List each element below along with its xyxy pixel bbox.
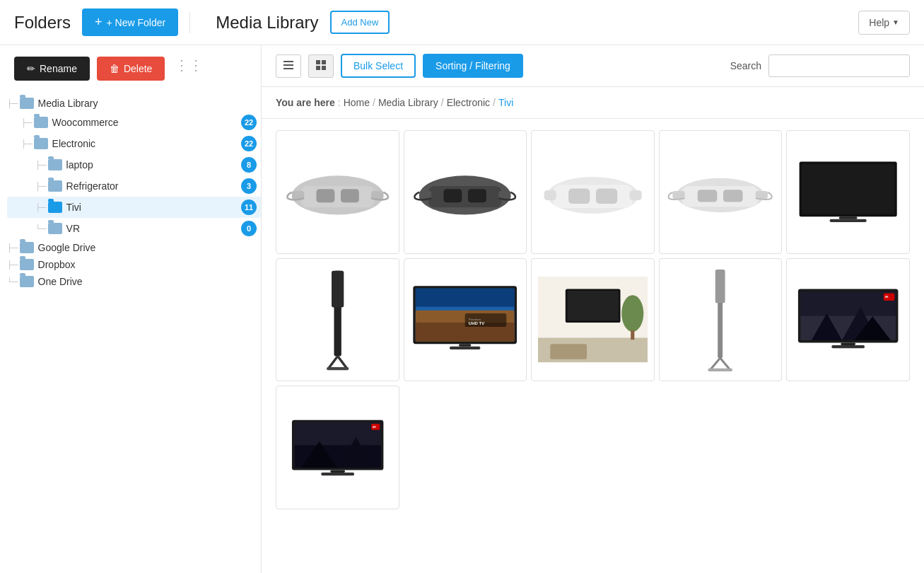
media-item[interactable]: [531, 258, 655, 382]
svg-rect-0: [283, 61, 293, 62]
plus-icon: +: [95, 15, 103, 30]
media-item[interactable]: [276, 258, 399, 382]
folder-icon: [48, 180, 62, 192]
tree-item-woocommerce[interactable]: ├─ Woocommerce 22: [7, 112, 261, 133]
sorting-filtering-button[interactable]: Sorting / Filtering: [423, 54, 523, 78]
media-item[interactable]: 4K: [276, 386, 399, 509]
delete-button[interactable]: 🗑 Delete: [97, 57, 165, 81]
folder-tree: ├─ Media Library ├─ Woocommerce 22 ├─ El…: [0, 95, 261, 290]
tree-label-dropbox: Dropbox: [38, 259, 257, 270]
media-item[interactable]: [531, 130, 655, 254]
tree-line-icon: ├─: [21, 139, 33, 148]
svg-rect-39: [327, 367, 349, 370]
folder-icon: [34, 138, 48, 149]
svg-line-61: [720, 358, 730, 369]
tree-item-one-drive[interactable]: └─ One Drive: [7, 273, 261, 290]
svg-rect-29: [673, 191, 685, 199]
svg-rect-34: [830, 219, 867, 221]
svg-rect-6: [322, 66, 326, 70]
tree-item-laptop[interactable]: ├─ laptop 8: [7, 154, 261, 175]
folder-icon: [48, 223, 62, 234]
svg-rect-23: [544, 190, 556, 200]
breadcrumb-tivi[interactable]: Tivi: [498, 97, 513, 108]
breadcrumb-sep2: /: [441, 97, 444, 108]
svg-rect-65: [800, 291, 896, 316]
chevron-down-icon: ▼: [892, 18, 899, 26]
svg-rect-15: [444, 189, 462, 202]
svg-rect-62: [708, 369, 733, 371]
tree-line-icon: ├─: [35, 203, 47, 212]
breadcrumb: You are here : Home / Media Library / El…: [262, 87, 924, 119]
svg-rect-26: [683, 186, 759, 207]
add-new-button[interactable]: Add New: [330, 11, 390, 34]
list-view-icon: [283, 62, 294, 73]
main-content: ✏ Rename 🗑 Delete ⋮⋮ ├─ Media Library: [0, 45, 924, 573]
svg-rect-8: [301, 186, 375, 207]
svg-rect-1: [283, 64, 293, 66]
tree-item-vr[interactable]: └─ VR 0: [7, 218, 261, 239]
sidebar: ✏ Rename 🗑 Delete ⋮⋮ ├─ Media Library: [0, 45, 262, 573]
breadcrumb-media-library[interactable]: Media Library: [378, 97, 438, 108]
media-item[interactable]: [659, 130, 783, 254]
new-folder-button[interactable]: + + New Folder: [82, 8, 178, 36]
breadcrumb-electronic[interactable]: Electronic: [447, 97, 490, 108]
tree-line-icon: └─: [35, 224, 47, 233]
list-view-button[interactable]: [276, 54, 301, 78]
svg-line-60: [710, 358, 720, 369]
svg-rect-71: [841, 343, 855, 345]
svg-rect-3: [316, 60, 320, 64]
tree-label-refrigerator: Refrigerator: [66, 180, 241, 192]
bulk-select-button[interactable]: Bulk Select: [341, 54, 416, 78]
help-button[interactable]: Help ▼: [858, 11, 910, 35]
media-item[interactable]: [404, 130, 527, 254]
svg-rect-14: [428, 186, 502, 207]
search-input[interactable]: [768, 54, 910, 77]
tree-count-vr: 0: [241, 221, 257, 236]
breadcrumb-home[interactable]: Home: [344, 97, 370, 108]
folder-icon: [34, 117, 48, 128]
folder-icon: [20, 259, 34, 270]
delete-label: Delete: [124, 63, 152, 74]
media-item[interactable]: 4K: [786, 258, 910, 382]
folder-icon: [48, 202, 62, 213]
new-folder-label: + New Folder: [107, 17, 166, 28]
tree-line-icon: ├─: [35, 182, 47, 190]
tree-line-icon: ├─: [7, 99, 18, 108]
media-item[interactable]: Premium UHD TV: [404, 258, 527, 382]
folder-icon: [20, 242, 34, 253]
tree-item-electronic[interactable]: ├─ Electronic 22: [7, 133, 261, 154]
tree-count-electronic: 22: [241, 136, 257, 151]
svg-rect-57: [550, 344, 587, 359]
breadcrumb-sep: :: [338, 97, 341, 108]
rename-label: Rename: [40, 63, 77, 74]
right-content: Bulk Select Sorting / Filtering Search Y…: [262, 45, 924, 573]
you-are-here-label: You are here: [276, 97, 335, 108]
svg-rect-10: [341, 189, 359, 202]
media-item[interactable]: [659, 258, 783, 382]
tree-item-refrigerator[interactable]: ├─ Refrigerator 3: [7, 175, 261, 197]
pencil-icon: ✏: [27, 63, 35, 74]
svg-point-55: [621, 295, 643, 332]
tree-item-tivi[interactable]: ├─ Tivi 11: [7, 197, 261, 218]
media-item[interactable]: [786, 130, 910, 254]
grid-view-button[interactable]: [308, 54, 334, 78]
svg-rect-28: [723, 190, 743, 202]
svg-rect-32: [802, 164, 894, 214]
svg-rect-16: [468, 189, 486, 202]
svg-rect-82: [321, 473, 354, 475]
media-item[interactable]: [276, 130, 399, 254]
header-left: Folders + + New Folder Media Library Add…: [14, 8, 390, 36]
tree-count-refrigerator: 3: [241, 178, 257, 194]
tree-item-dropbox[interactable]: ├─ Dropbox: [7, 256, 261, 273]
rename-button[interactable]: ✏ Rename: [14, 57, 90, 81]
tree-item-google-drive[interactable]: ├─ Google Drive: [7, 239, 261, 256]
media-grid: Premium UHD TV: [276, 130, 910, 509]
drag-handle-icon: ⋮⋮: [172, 57, 206, 81]
svg-rect-4: [322, 60, 326, 64]
folder-icon: [20, 276, 34, 287]
tree-item-media-library[interactable]: ├─ Media Library: [7, 95, 261, 112]
tree-line-icon: ├─: [35, 161, 47, 169]
tree-count-woocommerce: 22: [241, 115, 257, 130]
tree-line-icon: ├─: [7, 243, 18, 252]
svg-rect-9: [316, 189, 334, 202]
